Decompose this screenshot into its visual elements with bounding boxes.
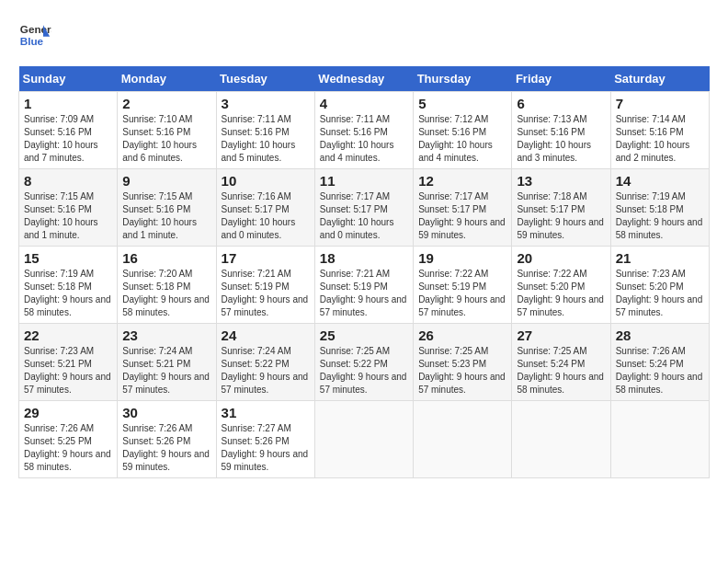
weekday-header-thursday: Thursday — [414, 66, 512, 92]
weekday-header-monday: Monday — [118, 66, 216, 92]
day-cell-5: 5Sunrise: 7:12 AMSunset: 5:16 PMDaylight… — [414, 92, 512, 169]
day-cell-17: 17Sunrise: 7:21 AMSunset: 5:19 PMDayligh… — [216, 247, 314, 324]
day-number: 20 — [517, 250, 605, 266]
day-number: 9 — [122, 173, 210, 189]
day-cell-1: 1Sunrise: 7:09 AMSunset: 5:16 PMDaylight… — [19, 92, 118, 169]
day-cell-8: 8Sunrise: 7:15 AMSunset: 5:16 PMDaylight… — [19, 169, 118, 247]
day-details: Sunrise: 7:21 AMSunset: 5:19 PMDaylight:… — [222, 268, 310, 319]
day-details: Sunrise: 7:13 AMSunset: 5:16 PMDaylight:… — [517, 113, 605, 165]
day-number: 24 — [222, 327, 310, 343]
day-details: Sunrise: 7:26 AMSunset: 5:25 PMDaylight:… — [24, 422, 112, 474]
day-number: 15 — [24, 250, 112, 266]
calendar-row: 29Sunrise: 7:26 AMSunset: 5:25 PMDayligh… — [19, 401, 710, 478]
day-number: 2 — [122, 96, 210, 111]
day-cell-20: 20Sunrise: 7:22 AMSunset: 5:20 PMDayligh… — [512, 247, 610, 324]
day-details: Sunrise: 7:24 AMSunset: 5:22 PMDaylight:… — [222, 345, 310, 396]
day-cell-15: 15Sunrise: 7:19 AMSunset: 5:18 PMDayligh… — [19, 247, 118, 324]
day-number: 10 — [222, 173, 310, 189]
day-cell-23: 23Sunrise: 7:24 AMSunset: 5:21 PMDayligh… — [118, 324, 216, 401]
day-cell-11: 11Sunrise: 7:17 AMSunset: 5:17 PMDayligh… — [314, 169, 413, 247]
day-cell-2: 2Sunrise: 7:10 AMSunset: 5:16 PMDaylight… — [118, 92, 216, 169]
day-details: Sunrise: 7:26 AMSunset: 5:26 PMDaylight:… — [122, 422, 210, 474]
calendar-row: 1Sunrise: 7:09 AMSunset: 5:16 PMDaylight… — [19, 92, 710, 169]
day-cell-13: 13Sunrise: 7:18 AMSunset: 5:17 PMDayligh… — [512, 169, 610, 247]
weekday-header-wednesday: Wednesday — [314, 66, 413, 92]
empty-cell — [610, 401, 709, 478]
weekday-header-sunday: Sunday — [19, 66, 118, 92]
day-number: 5 — [418, 96, 506, 111]
empty-cell — [314, 401, 413, 478]
day-cell-18: 18Sunrise: 7:21 AMSunset: 5:19 PMDayligh… — [314, 247, 413, 324]
day-cell-27: 27Sunrise: 7:25 AMSunset: 5:24 PMDayligh… — [512, 324, 610, 401]
day-number: 1 — [24, 96, 112, 111]
svg-text:Blue: Blue — [20, 35, 44, 47]
day-cell-24: 24Sunrise: 7:24 AMSunset: 5:22 PMDayligh… — [216, 324, 314, 401]
weekday-header-tuesday: Tuesday — [216, 66, 314, 92]
day-cell-25: 25Sunrise: 7:25 AMSunset: 5:22 PMDayligh… — [314, 324, 413, 401]
day-details: Sunrise: 7:23 AMSunset: 5:21 PMDaylight:… — [24, 345, 112, 396]
day-cell-7: 7Sunrise: 7:14 AMSunset: 5:16 PMDaylight… — [610, 92, 709, 169]
day-number: 14 — [616, 173, 704, 189]
day-number: 17 — [222, 250, 310, 266]
day-cell-22: 22Sunrise: 7:23 AMSunset: 5:21 PMDayligh… — [19, 324, 118, 401]
day-details: Sunrise: 7:27 AMSunset: 5:26 PMDaylight:… — [222, 422, 310, 474]
day-cell-10: 10Sunrise: 7:16 AMSunset: 5:17 PMDayligh… — [216, 169, 314, 247]
day-number: 11 — [320, 173, 408, 189]
day-cell-16: 16Sunrise: 7:20 AMSunset: 5:18 PMDayligh… — [118, 247, 216, 324]
day-number: 19 — [418, 250, 506, 266]
day-details: Sunrise: 7:17 AMSunset: 5:17 PMDaylight:… — [418, 190, 506, 242]
weekday-header-row: SundayMondayTuesdayWednesdayThursdayFrid… — [19, 66, 710, 92]
day-cell-30: 30Sunrise: 7:26 AMSunset: 5:26 PMDayligh… — [118, 401, 216, 478]
weekday-header-saturday: Saturday — [610, 66, 709, 92]
day-number: 28 — [616, 327, 704, 343]
day-details: Sunrise: 7:10 AMSunset: 5:16 PMDaylight:… — [122, 113, 210, 165]
empty-cell — [414, 401, 512, 478]
day-cell-4: 4Sunrise: 7:11 AMSunset: 5:16 PMDaylight… — [314, 92, 413, 169]
day-details: Sunrise: 7:17 AMSunset: 5:17 PMDaylight:… — [320, 190, 408, 242]
day-cell-3: 3Sunrise: 7:11 AMSunset: 5:16 PMDaylight… — [216, 92, 314, 169]
day-number: 29 — [24, 405, 112, 420]
day-details: Sunrise: 7:16 AMSunset: 5:17 PMDaylight:… — [222, 190, 310, 242]
day-number: 12 — [418, 173, 506, 189]
day-number: 21 — [616, 250, 704, 266]
day-details: Sunrise: 7:15 AMSunset: 5:16 PMDaylight:… — [122, 190, 210, 242]
day-details: Sunrise: 7:24 AMSunset: 5:21 PMDaylight:… — [122, 345, 210, 396]
day-number: 22 — [24, 327, 112, 343]
day-details: Sunrise: 7:18 AMSunset: 5:17 PMDaylight:… — [517, 190, 605, 242]
day-number: 7 — [616, 96, 704, 111]
day-number: 23 — [122, 327, 210, 343]
day-details: Sunrise: 7:22 AMSunset: 5:19 PMDaylight:… — [418, 268, 506, 319]
day-cell-31: 31Sunrise: 7:27 AMSunset: 5:26 PMDayligh… — [216, 401, 314, 478]
day-details: Sunrise: 7:21 AMSunset: 5:19 PMDaylight:… — [320, 268, 408, 319]
day-number: 18 — [320, 250, 408, 266]
day-number: 4 — [320, 96, 408, 111]
day-cell-28: 28Sunrise: 7:26 AMSunset: 5:24 PMDayligh… — [610, 324, 709, 401]
day-number: 3 — [222, 96, 310, 111]
day-cell-19: 19Sunrise: 7:22 AMSunset: 5:19 PMDayligh… — [414, 247, 512, 324]
day-details: Sunrise: 7:25 AMSunset: 5:24 PMDaylight:… — [517, 345, 605, 396]
day-cell-9: 9Sunrise: 7:15 AMSunset: 5:16 PMDaylight… — [118, 169, 216, 247]
day-details: Sunrise: 7:12 AMSunset: 5:16 PMDaylight:… — [418, 113, 506, 165]
day-number: 6 — [517, 96, 605, 111]
day-number: 13 — [517, 173, 605, 189]
day-cell-6: 6Sunrise: 7:13 AMSunset: 5:16 PMDaylight… — [512, 92, 610, 169]
day-details: Sunrise: 7:19 AMSunset: 5:18 PMDaylight:… — [24, 268, 112, 319]
day-details: Sunrise: 7:19 AMSunset: 5:18 PMDaylight:… — [616, 190, 704, 242]
day-details: Sunrise: 7:11 AMSunset: 5:16 PMDaylight:… — [222, 113, 310, 165]
day-number: 26 — [418, 327, 506, 343]
day-details: Sunrise: 7:09 AMSunset: 5:16 PMDaylight:… — [24, 113, 112, 165]
day-number: 8 — [24, 173, 112, 189]
day-cell-14: 14Sunrise: 7:19 AMSunset: 5:18 PMDayligh… — [610, 169, 709, 247]
day-details: Sunrise: 7:20 AMSunset: 5:18 PMDaylight:… — [122, 268, 210, 319]
day-cell-29: 29Sunrise: 7:26 AMSunset: 5:25 PMDayligh… — [19, 401, 118, 478]
day-cell-21: 21Sunrise: 7:23 AMSunset: 5:20 PMDayligh… — [610, 247, 709, 324]
empty-cell — [512, 401, 610, 478]
logo-icon: General Blue — [18, 18, 51, 52]
day-number: 30 — [122, 405, 210, 420]
page-header: General Blue — [18, 18, 710, 52]
day-number: 27 — [517, 327, 605, 343]
calendar-row: 15Sunrise: 7:19 AMSunset: 5:18 PMDayligh… — [19, 247, 710, 324]
weekday-header-friday: Friday — [512, 66, 610, 92]
day-number: 31 — [222, 405, 310, 420]
day-details: Sunrise: 7:11 AMSunset: 5:16 PMDaylight:… — [320, 113, 408, 165]
